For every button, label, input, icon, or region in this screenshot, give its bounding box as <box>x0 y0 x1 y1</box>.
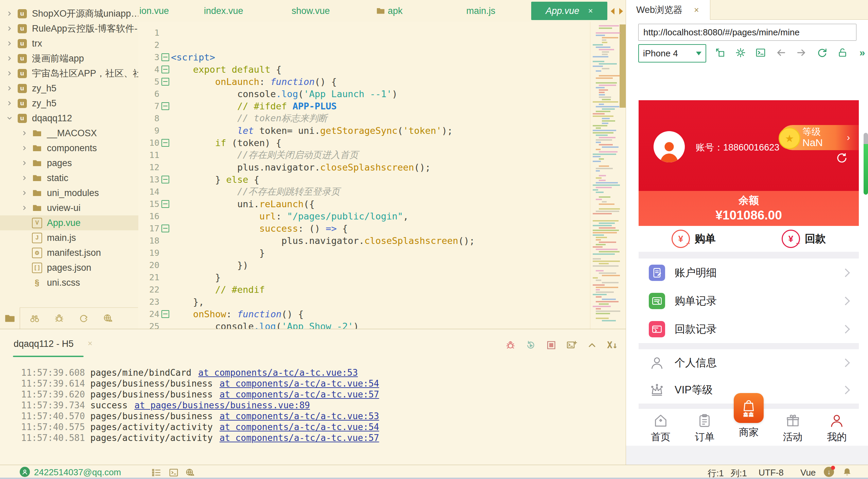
sidebar-tool-web-icon[interactable] <box>98 308 118 329</box>
code-line[interactable]: 13 } else { <box>138 173 590 185</box>
log-source-link[interactable]: at components/a-tc/a-tc.vue:54 <box>220 378 379 389</box>
tab-App.vue[interactable]: App.vue× <box>531 2 607 20</box>
code-line[interactable]: 2 <box>138 39 590 51</box>
tree-item[interactable]: Jmain.js <box>0 230 138 245</box>
shop-badge[interactable]: 鑫鑫 <box>734 393 764 423</box>
fold-marker-icon[interactable] <box>161 200 169 208</box>
sidebar-tool-debug-icon[interactable] <box>49 308 69 329</box>
sidebar-tool-files-icon[interactable] <box>0 307 20 329</box>
fold-cell[interactable] <box>159 53 171 61</box>
device-select[interactable]: iPhone 4 <box>638 44 706 63</box>
code-line[interactable]: 21 } <box>138 271 590 283</box>
chevron-right-icon[interactable] <box>6 70 13 77</box>
tab-scroll-right-icon[interactable] <box>618 7 624 15</box>
tab-show.vue[interactable]: show.vue <box>292 0 330 22</box>
avatar[interactable] <box>654 131 685 162</box>
tree-item[interactable]: VApp.vue <box>0 215 138 230</box>
log-source-link[interactable]: at components/a-tc/a-tc.vue:54 <box>220 422 379 432</box>
user-account-icon[interactable] <box>20 467 30 477</box>
console-new-terminal-icon[interactable] <box>566 339 577 351</box>
chevron-right-icon[interactable] <box>21 160 28 166</box>
level-badge[interactable]: ★ 等级 NaN › <box>780 125 859 150</box>
nav-活动[interactable]: 活动 <box>771 409 815 446</box>
code-line[interactable]: 1 <box>138 26 590 39</box>
chevron-down-icon[interactable] <box>6 115 13 122</box>
outline-list-icon[interactable] <box>151 467 161 478</box>
console-tab[interactable]: dqaqq112 - H5 <box>14 339 74 349</box>
tab-index.vue[interactable]: index.vue <box>204 0 243 22</box>
browser-tab-close-icon[interactable]: × <box>694 5 699 15</box>
refresh-balance-icon[interactable] <box>836 152 848 164</box>
browser-refresh-icon[interactable] <box>816 46 829 59</box>
tree-item[interactable]: uzy_h5 <box>0 96 138 111</box>
tree-item[interactable]: u漫画前端app <box>0 51 138 66</box>
tree-item[interactable]: __MACOSX <box>0 126 138 141</box>
nav-商家[interactable]: 鑫鑫商家 <box>727 409 771 446</box>
browser-resize-icon[interactable] <box>714 46 727 59</box>
fold-cell[interactable] <box>159 200 171 208</box>
encoding-indicator[interactable]: UTF-8 <box>759 467 784 478</box>
terminal-status-icon[interactable] <box>169 467 179 478</box>
fold-cell[interactable] <box>159 139 171 147</box>
fold-marker-icon[interactable] <box>161 102 169 110</box>
fold-marker-icon[interactable] <box>161 78 169 86</box>
chevron-right-icon[interactable] <box>6 100 13 107</box>
fold-marker-icon[interactable] <box>161 66 169 73</box>
code-line[interactable]: 18 plus.navigator.closeSplashscreen(); <box>138 234 590 247</box>
tab-close-icon[interactable]: × <box>588 6 593 16</box>
menu-item-账户明细[interactable]: 账户明细 <box>639 259 859 287</box>
console-restart-icon[interactable] <box>525 339 537 351</box>
code-lines[interactable]: 123<script>4 export default {5 onLaunch:… <box>138 26 590 329</box>
code-line[interactable]: 14 //不存在则跳转至登录页 <box>138 185 590 198</box>
code-line[interactable]: 19 } <box>138 247 590 259</box>
chevron-right-icon[interactable] <box>21 205 28 211</box>
chevron-right-icon[interactable] <box>21 130 28 137</box>
code-line[interactable]: 5 onLaunch: function() { <box>138 75 590 88</box>
code-editor[interactable]: 123<script>4 export default {5 onLaunch:… <box>138 22 626 329</box>
tab-main.js[interactable]: main.js <box>466 0 496 22</box>
fold-marker-icon[interactable] <box>161 176 169 183</box>
log-source-link[interactable]: at components/a-tc/a-tc.vue:57 <box>220 389 379 400</box>
code-line[interactable]: 23 }, <box>138 296 590 308</box>
sidebar-tool-search-icon[interactable] <box>25 308 45 329</box>
log-source-link[interactable]: at pages/business/business.vue:89 <box>134 400 310 410</box>
tree-item[interactable]: ⚙manifest.json <box>0 245 138 260</box>
notification-bell-icon[interactable] <box>842 467 852 477</box>
sidebar-tool-publish-icon[interactable] <box>74 308 93 329</box>
tab-scroll-arrows[interactable] <box>610 7 624 15</box>
chevron-right-icon[interactable] <box>6 25 13 32</box>
tree-item[interactable]: components <box>0 141 138 156</box>
fold-marker-icon[interactable] <box>161 53 169 61</box>
log-source-link[interactable]: at components/a-tc/a-tc.vue:53 <box>198 368 358 378</box>
code-line[interactable]: 4 export default { <box>138 63 590 75</box>
tree-item[interactable]: static <box>0 171 138 185</box>
browser-scrollbar[interactable] <box>864 133 868 195</box>
console-stop-icon[interactable] <box>545 339 557 351</box>
tree-item[interactable]: uview-ui <box>0 200 138 215</box>
console-clear-scroll-icon[interactable]: X↓ <box>607 339 618 351</box>
language-mode-indicator[interactable]: Vue <box>800 467 816 478</box>
code-line[interactable]: 6 console.log('App Launch --1') <box>138 88 590 100</box>
fold-marker-icon[interactable] <box>161 310 169 318</box>
chevron-right-icon[interactable] <box>6 40 13 47</box>
tree-item[interactable]: uRuleApp云控版-博客软件-… <box>0 21 138 36</box>
browser-forward-icon[interactable] <box>795 46 808 59</box>
fold-cell[interactable] <box>159 310 171 318</box>
scrollbar-cap[interactable] <box>864 133 868 144</box>
fold-marker-icon[interactable] <box>161 139 169 147</box>
code-line[interactable]: 17 success: () => { <box>138 222 590 234</box>
code-line[interactable]: 8 // token标志来判断 <box>138 112 590 124</box>
web-service-icon[interactable] <box>185 467 195 478</box>
nav-我的[interactable]: 我的 <box>815 409 859 446</box>
minimap-scroll-thumb[interactable] <box>620 24 626 108</box>
log-source-link[interactable]: at components/a-tc/a-tc.vue:53 <box>220 411 379 421</box>
nav-订单[interactable]: 订单 <box>683 409 727 446</box>
browser-unlock-icon[interactable] <box>836 46 849 59</box>
console-collapse-up-icon[interactable] <box>586 339 598 351</box>
chevron-right-icon[interactable] <box>21 175 28 181</box>
code-line[interactable]: 10 if (token) { <box>138 137 590 149</box>
fold-cell[interactable] <box>159 176 171 183</box>
code-line[interactable]: 15 uni.reLaunch({ <box>138 198 590 210</box>
action-回款[interactable]: ¥←回款 <box>749 226 859 252</box>
browser-more-icon[interactable]: » <box>856 46 868 59</box>
